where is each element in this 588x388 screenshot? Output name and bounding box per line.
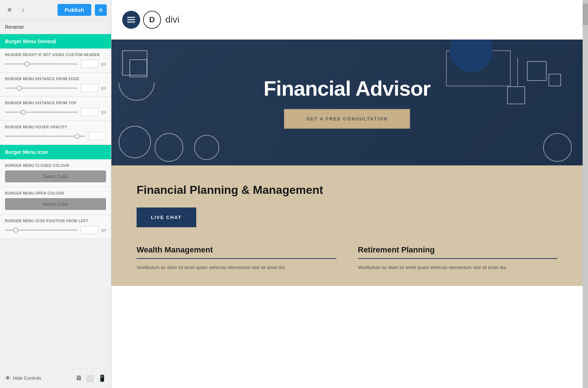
slider-thumb-burger-edge[interactable] [17, 86, 22, 91]
slider-track-burger-top[interactable] [5, 111, 78, 113]
reverse-row: Reverse [0, 20, 111, 34]
burger-menu-icon[interactable] [122, 11, 140, 29]
close-button[interactable]: ✕ [4, 5, 14, 15]
field-position-left: BURGER MENU ICON POSITION FROM LEFT 10 p… [0, 215, 111, 239]
slider-thumb-burger-opacity[interactable] [75, 134, 80, 139]
slider-thumb-header-height[interactable] [24, 61, 29, 67]
slider-row-burger-top: 34 px [5, 108, 106, 116]
card-wealth: Wealth Management Vestibulum ac diam sit… [137, 245, 336, 271]
slider-track-header-height[interactable] [5, 63, 78, 65]
gear-button[interactable]: ⚙ [95, 4, 107, 16]
select-color-closed-button[interactable]: Select Color [5, 170, 106, 182]
sort-button[interactable]: ↕ [18, 5, 28, 15]
card-divider-retirement [358, 258, 558, 259]
card-divider-wealth [137, 258, 336, 259]
hide-controls-label: Hide Controls [13, 375, 41, 381]
mobile-device-icon[interactable]: 📱 [98, 374, 106, 382]
field-label-burger-top: BURGER MENU DISTANCE FROM TOP [5, 101, 106, 105]
select-color-open-button[interactable]: Select Color [5, 198, 106, 210]
hero-cta-button[interactable]: GET A FREE CONSULTATION [284, 109, 410, 129]
unit-label-position-left: px [101, 228, 106, 233]
field-label-closed-colour: BURGER MENU CLOSED COLOUR [5, 164, 106, 168]
slider-track-burger-opacity[interactable] [5, 136, 85, 137]
cards-row: Wealth Management Vestibulum ac diam sit… [137, 245, 557, 271]
section-header-icon: Burger Menu Icon [0, 145, 111, 159]
section-header-general: Burger Menu General [0, 34, 111, 49]
top-bar: ✕ ↕ Publish ⚙ [0, 0, 111, 20]
slider-track-position-left[interactable] [5, 229, 78, 231]
tablet-device-icon[interactable]: ⬜ [86, 374, 94, 382]
desktop-device-icon[interactable]: 🖥 [75, 374, 82, 382]
slider-thumb-burger-top[interactable] [21, 110, 26, 115]
hero-content: Financial Advisor GET A FREE CONSULTATIO… [111, 40, 583, 165]
field-label-open-colour: BURGER MENU OPEN COLOUR [5, 191, 106, 195]
slider-thumb-position-left[interactable] [13, 228, 18, 233]
field-label-burger-opacity: BURGER MENU HOVER OPACITY [5, 125, 106, 129]
hero-title: Financial Advisor [263, 76, 430, 100]
preview-frame: D divi [111, 0, 583, 388]
scrollbar-track [583, 0, 588, 388]
field-burger-edge: BURGER MENU DISTANCE FROM EDGE 12 px [0, 73, 111, 97]
live-chat-button[interactable]: LIVE CHAT [137, 207, 196, 227]
card-text-retirement: Vestibulum ac diam sit amet quam vehicul… [358, 264, 558, 271]
beige-section: Financial Planning & Management LIVE CHA… [111, 165, 583, 286]
navbar-logo: D divi [122, 11, 179, 29]
slider-track-burger-edge[interactable] [5, 87, 78, 89]
d-logo-circle: D [143, 11, 161, 29]
bottom-bar: 👁 Hide Controls 🖥 ⬜ 📱 [0, 368, 111, 388]
card-text-wealth: Vestibulum ac diam sit amet quam vehicul… [137, 264, 336, 271]
card-title-wealth: Wealth Management [137, 245, 336, 255]
slider-row-position-left: 10 px [5, 226, 106, 234]
device-icons: 🖥 ⬜ 📱 [75, 374, 106, 382]
slider-row-header-height: 131 px [5, 60, 106, 68]
hide-controls-button[interactable]: 👁 Hide Controls [5, 375, 41, 382]
value-input-burger-top[interactable]: 34 [81, 108, 98, 116]
field-label-burger-edge: BURGER MENU DISTANCE FROM EDGE [5, 77, 106, 81]
divi-logo-text: divi [165, 14, 179, 25]
field-burger-top: BURGER MENU DISTANCE FROM TOP 34 px [0, 97, 111, 121]
field-label-header-height: HEADER HEIGHT IF NOT USING CUSTOM HEADER [5, 53, 106, 57]
beige-title: Financial Planning & Management [137, 183, 557, 197]
preview-navbar: D divi [111, 0, 583, 40]
field-closed-colour: BURGER MENU CLOSED COLOUR Select Color [0, 159, 111, 187]
settings-panel: ✕ ↕ Publish ⚙ Reverse Burger Menu Genera… [0, 0, 111, 388]
unit-label-burger-top: px [101, 110, 106, 115]
slider-row-burger-edge: 12 px [5, 84, 106, 92]
field-burger-opacity: BURGER MENU HOVER OPACITY 1 [0, 121, 111, 145]
hero-section: Financial Advisor GET A FREE CONSULTATIO… [111, 40, 583, 165]
unit-label-burger-edge: px [101, 86, 106, 91]
field-header-height: HEADER HEIGHT IF NOT USING CUSTOM HEADER… [0, 49, 111, 73]
svg-rect-0 [127, 17, 135, 18]
svg-rect-1 [127, 19, 135, 20]
card-title-retirement: Retirement Planning [358, 245, 558, 255]
slider-row-burger-opacity: 1 [5, 132, 106, 140]
unit-label-header-height: px [101, 61, 106, 67]
reverse-label: Reverse [5, 24, 24, 30]
field-open-colour: BURGER MENU OPEN COLOUR Select Color [0, 187, 111, 215]
card-retirement: Retirement Planning Vestibulum ac diam s… [358, 245, 558, 271]
panel-content: Reverse Burger Menu General HEADER HEIGH… [0, 20, 111, 388]
field-label-position-left: BURGER MENU ICON POSITION FROM LEFT [5, 219, 106, 223]
svg-rect-2 [127, 22, 135, 23]
scrollbar-thumb[interactable] [583, 4, 588, 25]
preview-panel: D divi [111, 0, 588, 388]
value-input-burger-edge[interactable]: 12 [81, 84, 98, 92]
value-input-header-height[interactable]: 131 [81, 60, 98, 68]
publish-button[interactable]: Publish [58, 4, 91, 16]
eye-icon: 👁 [5, 375, 11, 382]
value-input-position-left[interactable]: 10 [81, 226, 98, 234]
value-input-burger-opacity[interactable]: 1 [88, 132, 106, 140]
